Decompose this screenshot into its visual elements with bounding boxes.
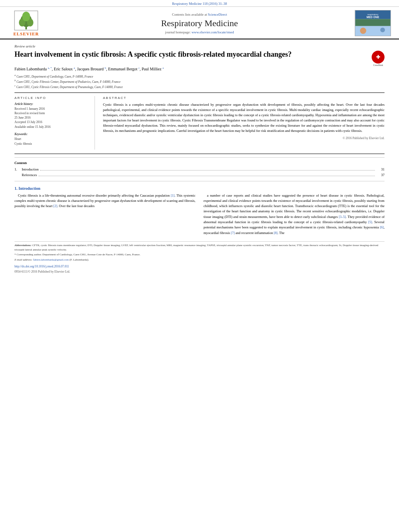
- sci-direct-label: Contents lists available at: [172, 12, 207, 16]
- doi-text: http://dx.doi.org/10.1016/j.rmed.2016.07…: [14, 265, 69, 268]
- abstract-body: Cystic fibrosis is a complex multi-syste…: [103, 102, 385, 134]
- journal-name: Respiratory Medicine: [44, 18, 355, 29]
- history-revised-label: Received in revised form: [14, 111, 89, 115]
- author-5: Paul Milliez: [142, 67, 161, 71]
- author-2: Eric Saloux: [54, 67, 73, 71]
- affiliations: a Caen CHU, Department of Cardiology, Ca…: [14, 74, 385, 89]
- journal-ref-text: Respiratory Medicine 118 (2016) 31–38: [172, 2, 227, 6]
- contents-page-intro: 31: [376, 167, 385, 171]
- sci-direct-line: Contents lists available at ScienceDirec…: [44, 12, 355, 16]
- crossmark-icon: ✚: [372, 51, 385, 64]
- article-info-column: ARTICLE INFO Article history: Received 1…: [14, 96, 95, 150]
- affiliation-a: a Caen CHU, Department of Cardiology, Ca…: [14, 74, 385, 79]
- article-title: Heart involvement in cystic fibrosis: A …: [14, 50, 368, 59]
- elsevier-tree-icon: [14, 10, 38, 31]
- authors-line: Fabien Labombarda a, *, Eric Saloux a, J…: [14, 66, 385, 71]
- svg-point-13: [380, 28, 385, 33]
- main-content: Review article Heart involvement in cyst…: [0, 39, 399, 279]
- homepage-link[interactable]: www.elsevier.com/locate/rmed: [191, 30, 234, 34]
- history-label: Article history:: [14, 102, 89, 106]
- author-4-sup: c: [138, 66, 140, 70]
- ref-1: [1]: [171, 194, 175, 197]
- abstract-column: ABSTRACT Cystic fibrosis is a complex mu…: [103, 96, 385, 150]
- history-available: Available online 15 July 2016: [14, 125, 89, 129]
- corresponding-note: * Corresponding author. Department of Ca…: [14, 253, 385, 257]
- abstract-text-content: Cystic fibrosis is a complex multi-syste…: [103, 102, 385, 134]
- crossmark-badge: ✚ CrossMark: [372, 51, 385, 66]
- ref-5: [5]: [368, 220, 372, 224]
- keywords-block: Keywords: Heart Cystic fibrosis: [14, 132, 89, 146]
- journal-thumbnail: respiratory MED ONE: [355, 10, 391, 36]
- homepage-line: journal homepage: www.elsevier.com/locat…: [44, 30, 355, 34]
- article-type: Review article: [14, 44, 385, 48]
- email-person: (F. Labombarda).: [70, 258, 89, 261]
- svg-point-4: [22, 12, 30, 21]
- crossmark-label: CrossMark: [372, 64, 385, 66]
- contents-label-refs: References: [22, 173, 37, 177]
- abbrev-label: Abbreviations:: [14, 244, 31, 247]
- keyword-cf: Cystic fibrosis: [14, 142, 89, 146]
- intro-right-text: a number of case reports and clinical st…: [204, 193, 385, 236]
- affiliation-c: c Caen CHU, Cystic Fibrosis Center, Depa…: [14, 84, 385, 89]
- intro-left-text: Cystic fibrosis is a life-threatening au…: [14, 193, 195, 209]
- contents-title: Contents: [14, 161, 385, 165]
- affiliation-b: b Caen CHU, Cystic Fibrosis Center, Depa…: [14, 79, 385, 84]
- contents-page-refs: 37: [376, 173, 385, 177]
- journal-reference: Respiratory Medicine 118 (2016) 31–38: [0, 0, 399, 7]
- contents-items: 1. Introduction 31 References 37: [14, 166, 385, 177]
- author-3: Jacques Brouard: [77, 67, 103, 71]
- history-accepted: Accepted 13 July 2016: [14, 120, 89, 124]
- header-divider: [14, 92, 385, 93]
- intro-right-col: a number of case reports and clinical st…: [204, 193, 385, 237]
- article-history: Article history: Received 1 January 2016…: [14, 102, 89, 129]
- sci-direct-link[interactable]: ScienceDirect: [208, 12, 227, 16]
- email-label: E-mail address:: [14, 258, 33, 261]
- section-divider: [14, 154, 385, 154]
- history-revised-date: 25 June 2016: [14, 115, 89, 120]
- homepage-label: journal homepage:: [165, 30, 191, 34]
- article-info-header: ARTICLE INFO: [14, 96, 89, 100]
- abbreviations-note: Abbreviations: CFTR, cystic fibrosis tra…: [14, 243, 385, 252]
- footnote-area: Abbreviations: CFTR, cystic fibrosis tra…: [14, 241, 385, 274]
- journal-center: Contents lists available at ScienceDirec…: [44, 12, 355, 34]
- intro-body-columns: Cystic fibrosis is a life-threatening au…: [14, 193, 385, 237]
- intro-left-col: Cystic fibrosis is a life-threatening au…: [14, 193, 195, 237]
- issn-line: 0954-6111/© 2016 Published by Elsevier L…: [14, 269, 385, 274]
- abstract-header: ABSTRACT: [103, 96, 385, 100]
- keywords-label: Keywords:: [14, 132, 89, 136]
- author-1-sup: a, *: [48, 66, 52, 70]
- contents-dots-intro: [40, 166, 375, 170]
- author-1: Fabien Labombarda: [14, 67, 47, 71]
- email-note: E-mail address: fabien.labombarda@gmail.…: [14, 258, 385, 262]
- homepage-link-text: www.elsevier.com/locate/rmed: [191, 30, 234, 34]
- doi-link[interactable]: http://dx.doi.org/10.1016/j.rmed.2016.07…: [14, 265, 69, 268]
- ref-6: [6]: [380, 226, 384, 229]
- ref-7: [7]: [231, 231, 234, 235]
- contents-label-intro: Introduction: [22, 167, 39, 171]
- elsevier-wordmark: ELSEVIER: [13, 31, 39, 36]
- contents-num-1: 1.: [14, 167, 22, 171]
- page: Respiratory Medicine 118 (2016) 31–38 EL…: [0, 0, 399, 532]
- author-5-sup: a: [162, 66, 164, 70]
- svg-rect-8: [355, 19, 390, 26]
- asterisk-note: * Corresponding author. Department of Ca…: [14, 253, 140, 256]
- journal-header: ELSEVIER Contents lists available at Sci…: [0, 7, 399, 39]
- svg-text:MED ONE: MED ONE: [366, 16, 379, 18]
- contents-item-refs: References 37: [14, 172, 385, 177]
- email-link[interactable]: fabien.labombarda@gmail.com: [33, 258, 68, 261]
- contents-section: Contents 1. Introduction 31 References 3…: [14, 157, 385, 181]
- sci-direct-link-text: ScienceDirect: [208, 12, 227, 16]
- contents-dots-refs: [39, 172, 375, 176]
- doi-line: http://dx.doi.org/10.1016/j.rmed.2016.07…: [14, 264, 385, 269]
- svg-text:respiratory: respiratory: [367, 13, 378, 16]
- ref-2: [2]: [53, 204, 57, 208]
- svg-point-12: [360, 28, 366, 34]
- author-2-sup: a: [74, 66, 75, 70]
- author-4: Emmanuel Bergot: [108, 67, 138, 71]
- info-abstract-columns: ARTICLE INFO Article history: Received 1…: [14, 96, 385, 150]
- introduction-section: 1. Introduction Cystic fibrosis is a lif…: [14, 186, 385, 274]
- journal-thumb-image: respiratory MED ONE: [355, 10, 391, 36]
- author-3-sup: b: [105, 66, 106, 70]
- keyword-heart: Heart: [14, 137, 89, 142]
- history-received: Received 1 January 2016: [14, 107, 89, 111]
